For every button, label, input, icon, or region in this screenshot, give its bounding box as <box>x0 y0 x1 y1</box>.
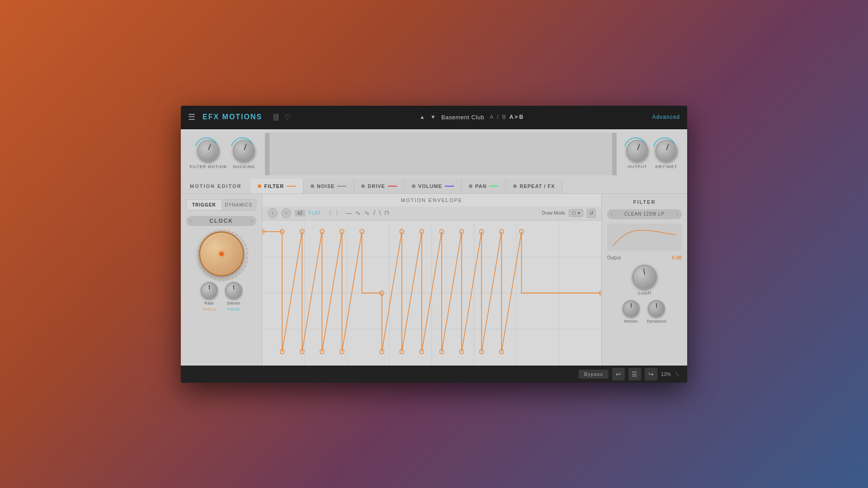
menu-button[interactable]: ☰ <box>628 368 641 380</box>
tab-noise[interactable]: NOISE <box>303 179 354 193</box>
cutoff-knob[interactable] <box>632 265 657 289</box>
tab-drive[interactable]: DRIVE <box>354 179 405 193</box>
noise-tab-indicator <box>337 186 346 187</box>
shape-ramp-up[interactable]: / <box>373 209 376 217</box>
resize-handle[interactable]: ⤡ <box>675 371 680 378</box>
filter-next[interactable]: › <box>676 211 678 217</box>
ab-arrow[interactable]: A > B <box>509 114 524 120</box>
output-knob-container: OUTPUT <box>626 139 649 169</box>
shape-linear-right[interactable]: 〉 <box>335 209 343 217</box>
shape-sine[interactable]: ∿ <box>354 209 362 217</box>
plugin-window: ☰ EFX MOTIONS ||| ♡ ▲ ▼ Basement Club A … <box>181 106 687 383</box>
dynamics-tab[interactable]: DYNAMICS <box>222 200 256 210</box>
output-knob[interactable] <box>626 139 649 163</box>
library-icon[interactable]: ||| <box>273 113 278 122</box>
pan-tab-label: PAN <box>475 183 486 189</box>
envelope-header: MOTION ENVELOPE <box>262 194 601 206</box>
ducking-knob-container: DUCKING <box>232 139 256 169</box>
repeat-tab-label: REPEAT / FX <box>519 183 555 189</box>
filter-tab-indicator <box>287 186 296 187</box>
preset-nav-up[interactable]: ▲ <box>420 114 425 120</box>
header-bar: ☰ EFX MOTIONS ||| ♡ ▲ ▼ Basement Club A … <box>181 106 687 129</box>
zoom-level: 13% <box>661 371 671 377</box>
filter-selector: ‹ CLEAN 12DB LP › <box>607 209 682 219</box>
ab-section: A / B A > B <box>490 114 523 120</box>
clock-knob-ring <box>198 230 248 281</box>
tab-filter[interactable]: FILTER <box>250 179 303 193</box>
ducking-label: DUCKING <box>233 164 255 169</box>
motion-editor-label: MOTION EDITOR <box>181 179 250 193</box>
pan-power-dot <box>469 184 472 188</box>
editor-area: TRIGGER DYNAMICS ‹ CLOCK › Rate SYNC <box>181 194 687 366</box>
dry-wet-knob-container: DRY/WET <box>655 139 678 169</box>
motion-knob[interactable] <box>623 300 640 317</box>
waveform-display <box>265 133 617 175</box>
menu-icon[interactable]: ☰ <box>188 112 195 122</box>
clock-rate-knob[interactable] <box>199 231 244 277</box>
favorite-icon[interactable]: ♡ <box>284 113 291 122</box>
drive-power-dot <box>361 184 365 188</box>
tab-repeat[interactable]: REPEAT / FX <box>506 179 562 193</box>
filter-prev[interactable]: ‹ <box>611 211 613 217</box>
waveform-left-handle[interactable] <box>265 133 269 175</box>
clock-next[interactable]: › <box>251 218 253 224</box>
noise-tab-label: NOISE <box>317 183 335 189</box>
ab-a-label[interactable]: A <box>490 114 493 120</box>
dynamics-label: Dynamics <box>647 319 667 324</box>
filter-motion-label: FILTER MOTION <box>190 164 227 169</box>
top-controls: FILTER MOTION DUCKING <box>181 129 687 179</box>
output-value: 0 dB <box>672 255 682 260</box>
stereo-sublabel: PHASE <box>227 307 240 311</box>
drive-tab-indicator <box>388 186 397 187</box>
env-multiplier[interactable]: x2 <box>295 210 305 216</box>
redo-button[interactable]: ↪ <box>645 368 657 380</box>
filter-curve-svg <box>607 224 682 251</box>
app-title: EFX MOTIONS <box>203 113 262 121</box>
shape-flat[interactable]: — <box>344 209 353 217</box>
trigger-tab[interactable]: TRIGGER <box>187 200 222 210</box>
drive-tab-label: DRIVE <box>368 183 385 189</box>
preset-name: Basement Club <box>441 114 484 121</box>
shape-buttons: 〈 〉 — ∿ ∿ / \ ⊓ <box>325 209 390 217</box>
draw-mode-icon: ⬡ <box>572 211 576 216</box>
clock-label: CLOCK <box>209 218 233 224</box>
tab-volume[interactable]: VOLUME <box>405 179 462 193</box>
dynamics-knob[interactable] <box>648 300 665 317</box>
shape-square[interactable]: ⊓ <box>383 209 390 217</box>
flat-button[interactable]: FLAT <box>309 211 321 216</box>
rate-knob[interactable] <box>201 282 218 299</box>
bottom-knobs: Rate SYNC.S Stereo PHASE <box>201 282 242 311</box>
filter-motion-knob-container: FILTER MOTION <box>190 139 227 169</box>
draw-mode-select[interactable]: ⬡ ▾ <box>569 209 583 217</box>
filter-name: CLEAN 12DB LP <box>624 211 665 216</box>
ducking-knob[interactable] <box>232 139 256 163</box>
preset-nav-down[interactable]: ▼ <box>430 114 436 120</box>
clock-selector: ‹ CLOCK › <box>186 216 256 226</box>
volume-power-dot <box>412 184 415 188</box>
shape-ramp-down[interactable]: \ <box>378 209 382 217</box>
shape-linear-left[interactable]: 〈 <box>325 209 333 217</box>
undo-button[interactable]: ↩ <box>612 368 625 380</box>
clock-prev[interactable]: ‹ <box>190 218 192 224</box>
output-label: OUTPUT <box>628 164 647 169</box>
left-panel: TRIGGER DYNAMICS ‹ CLOCK › Rate SYNC <box>181 194 262 366</box>
ab-b-label[interactable]: B <box>502 114 506 120</box>
noise-power-dot <box>311 184 314 188</box>
advanced-button[interactable]: Advanced <box>652 114 680 120</box>
output-label: Output <box>607 255 621 260</box>
envelope-canvas[interactable] <box>262 221 601 366</box>
output-row: Output 0 dB <box>607 255 682 260</box>
env-next-btn[interactable]: › <box>281 208 291 218</box>
volume-tab-indicator <box>445 186 454 187</box>
bypass-button[interactable]: Bypass <box>579 370 609 379</box>
draw-mode-refresh[interactable]: ↺ <box>587 209 596 218</box>
filter-motion-knob[interactable] <box>197 139 220 163</box>
rate-sublabel: SYNC.S <box>203 307 216 311</box>
stereo-knob[interactable] <box>225 282 242 299</box>
waveform-right-handle[interactable] <box>612 133 617 175</box>
right-panel: FILTER ‹ CLEAN 12DB LP › Output 0 dB <box>601 194 687 366</box>
dry-wet-knob[interactable] <box>655 139 678 163</box>
tab-pan[interactable]: PAN <box>462 179 506 193</box>
env-prev-btn[interactable]: ‹ <box>268 208 278 218</box>
shape-sine2[interactable]: ∿ <box>363 209 371 217</box>
